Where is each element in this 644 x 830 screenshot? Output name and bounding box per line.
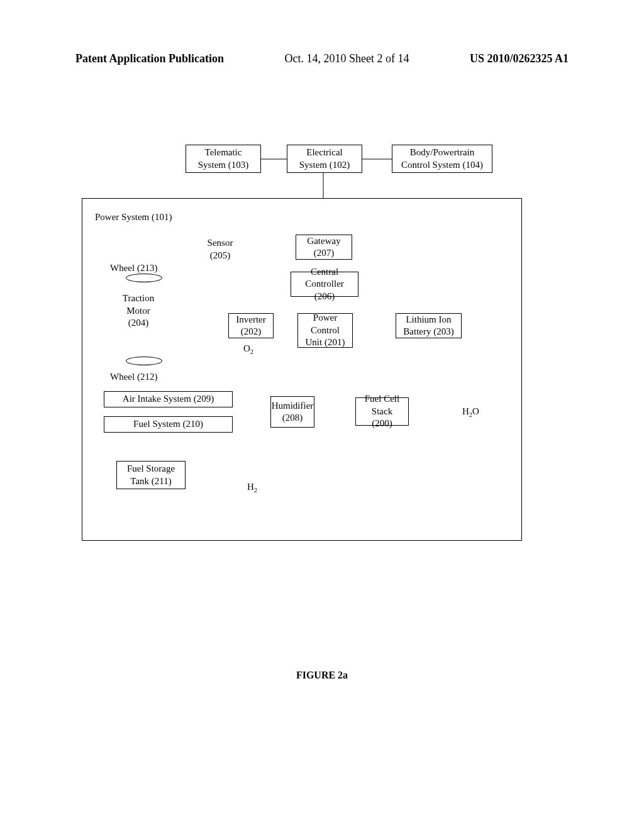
- bodypowertrain-label: Body/Powertrain Control System (104): [401, 147, 483, 171]
- power-control-box: Power Control Unit (201): [297, 313, 353, 348]
- lithium-battery-box: Lithium Ion Battery (203): [396, 313, 462, 338]
- central-controller-box: Central Controller (206): [291, 272, 358, 297]
- wheel-213-label: Wheel (213): [110, 262, 157, 275]
- inverter-box: Inverter (202): [228, 313, 274, 338]
- header-center: Oct. 14, 2010 Sheet 2 of 14: [285, 52, 409, 65]
- wheel-212-label: Wheel (212): [110, 371, 157, 384]
- electrical-system-box: Electrical System (102): [287, 145, 362, 173]
- o2-label: O2: [243, 343, 253, 357]
- electrical-label: Electrical System (102): [299, 147, 350, 171]
- sensor-label: Sensor (205): [201, 237, 239, 262]
- fuel-cell-box: Fuel Cell Stack (200): [355, 397, 409, 426]
- fuel-storage-box: Fuel Storage Tank (211): [116, 461, 186, 489]
- gateway-box: Gateway (207): [296, 235, 352, 260]
- h2-label: H2: [247, 481, 257, 495]
- page-header: Patent Application Publication Oct. 14, …: [0, 52, 644, 65]
- wheel-212-icon: [126, 357, 162, 365]
- body-powertrain-box: Body/Powertrain Control System (104): [392, 145, 492, 173]
- traction-motor-label: Traction Motor (204): [116, 292, 160, 329]
- humidifier-box: Humidifier (208): [270, 396, 314, 428]
- header-left: Patent Application Publication: [75, 52, 224, 65]
- header-right: US 2010/0262325 A1: [470, 52, 569, 65]
- h2o-label: H2O: [462, 406, 479, 419]
- wheel-213-icon: [126, 274, 162, 282]
- figure-caption: FIGURE 2a: [0, 670, 644, 681]
- air-intake-box: Air Intake System (209): [104, 391, 233, 407]
- fuel-system-box: Fuel System (210): [104, 416, 233, 433]
- diagram-container: Telematic System (103) Electrical System…: [82, 145, 566, 547]
- telematic-system-box: Telematic System (103): [186, 145, 261, 173]
- telematic-label: Telematic System (103): [198, 147, 248, 171]
- power-system-label: Power System (101): [95, 211, 172, 224]
